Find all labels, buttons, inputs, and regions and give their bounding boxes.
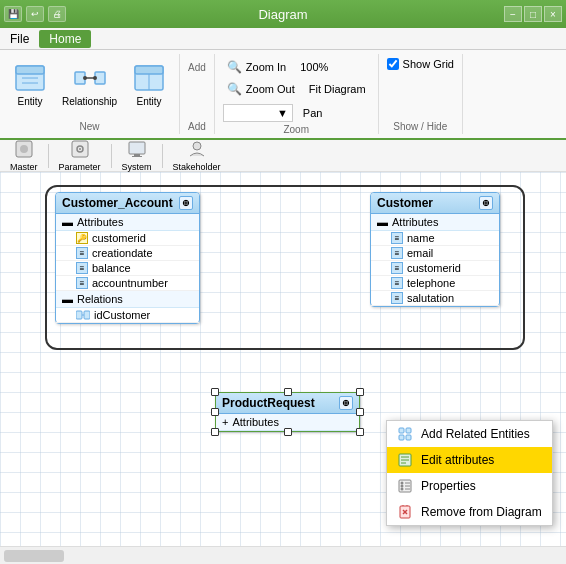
context-remove[interactable]: Remove from Diagram [387, 499, 552, 525]
svg-point-7 [83, 76, 87, 80]
entity-product-request[interactable]: ProductRequest ⊕ + Attributes [215, 392, 360, 432]
field-icon-2: ≡ [76, 262, 88, 274]
entity-product-request-header[interactable]: ProductRequest ⊕ [216, 393, 359, 414]
relationship-label: Relationship [62, 96, 117, 107]
entity-icon [14, 62, 46, 94]
customer-field-icon: ≡ [391, 232, 403, 244]
entity-customer-account[interactable]: Customer_Account ⊕ ▬ Attributes 🔑 custom… [55, 192, 200, 324]
context-properties[interactable]: Properties [387, 473, 552, 499]
entity-customer-account-title: Customer_Account [62, 196, 173, 210]
customer-field-name: ≡ name [371, 231, 499, 246]
maximize-button[interactable]: □ [524, 6, 542, 22]
ribbon: Entity Relationship [0, 50, 566, 140]
svg-rect-10 [135, 66, 163, 74]
entity-customer-header[interactable]: Customer ⊕ [371, 193, 499, 214]
window-icons: 💾 ↩ 🖨 [4, 6, 66, 22]
customer-field-icon-5: ≡ [391, 292, 403, 304]
svg-point-35 [401, 485, 404, 488]
fit-diagram-button[interactable]: Fit Diagram [305, 81, 370, 97]
relationship-button[interactable]: Relationship [56, 58, 123, 111]
app-icon-print[interactable]: 🖨 [48, 6, 66, 22]
menu-home[interactable]: Home [39, 30, 91, 48]
entity-product-request-collapse[interactable]: ⊕ [339, 396, 353, 410]
relations-label: Relations [77, 293, 123, 305]
context-remove-label: Remove from Diagram [421, 505, 542, 519]
parameter-icon [71, 140, 89, 162]
app-icon-save[interactable]: 💾 [4, 6, 22, 22]
zoom-in-button[interactable]: 🔍 Zoom In [223, 58, 290, 76]
zoom-row3: ▼ Pan [223, 104, 327, 122]
entity-customer-account-header[interactable]: Customer_Account ⊕ [56, 193, 199, 214]
title-bar-controls: − □ × [504, 6, 562, 22]
svg-rect-1 [16, 66, 44, 74]
customer-attributes-section: ▬ Attributes [371, 214, 499, 231]
field-icon-3: ≡ [76, 277, 88, 289]
field-accountnumber-name: accountnumber [92, 277, 168, 289]
show-grid-checkbox[interactable] [387, 58, 399, 70]
svg-rect-26 [399, 435, 404, 440]
zoom-dropdown[interactable]: ▼ [223, 104, 293, 122]
toolbar-sep-3 [162, 144, 163, 168]
entity-customer-collapse[interactable]: ⊕ [479, 196, 493, 210]
field-customerid: 🔑 customerid [56, 231, 199, 246]
zoom-in-icon: 🔍 [227, 60, 242, 74]
close-button[interactable]: × [544, 6, 562, 22]
key-icon: 🔑 [76, 232, 88, 244]
handle-bm [284, 428, 292, 436]
add-related-icon [397, 426, 413, 442]
show-grid-checkbox-label[interactable]: Show Grid [387, 58, 454, 70]
master-button[interactable]: Master [4, 138, 44, 174]
menu-file[interactable]: File [0, 30, 39, 48]
entity-product-request-title: ProductRequest [222, 396, 315, 410]
field-idcustomer: idCustomer [56, 308, 199, 323]
ribbon-group-show-hide: Show Grid Show / Hide [379, 54, 463, 134]
properties-icon [397, 478, 413, 494]
ribbon-group-add-label: Add [188, 119, 206, 134]
field-customerid-name: customerid [92, 232, 146, 244]
svg-point-33 [401, 482, 404, 485]
menu-bar: File Home [0, 28, 566, 50]
master-icon [15, 140, 33, 162]
relations-expand-icon: ▬ [62, 293, 73, 305]
canvas-area[interactable]: Customer_Account ⊕ ▬ Attributes 🔑 custom… [0, 172, 566, 546]
handle-tl [211, 388, 219, 396]
handle-tr [356, 388, 364, 396]
svg-point-8 [93, 76, 97, 80]
entity-customer-account-collapse[interactable]: ⊕ [179, 196, 193, 210]
entity-customer[interactable]: Customer ⊕ ▬ Attributes ≡ name ≡ email ≡… [370, 192, 500, 307]
context-add-related[interactable]: Add Related Entities [387, 421, 552, 447]
svg-rect-17 [129, 142, 145, 154]
handle-br [356, 428, 364, 436]
app-icon-undo[interactable]: ↩ [26, 6, 44, 22]
minimize-button[interactable]: − [504, 6, 522, 22]
svg-point-37 [401, 488, 404, 491]
ribbon-group-add: Add Add [180, 54, 215, 134]
system-button[interactable]: System [116, 138, 158, 174]
context-edit-attributes[interactable]: Edit attributes [387, 447, 552, 473]
svg-rect-19 [132, 156, 142, 157]
customer-field-salutation: ≡ salutation [371, 291, 499, 306]
stakeholder-button[interactable]: Stakeholder [167, 138, 227, 174]
svg-rect-27 [406, 435, 411, 440]
svg-rect-18 [134, 154, 140, 156]
edit-attributes-icon [397, 452, 413, 468]
ribbon-group-zoom: 🔍 Zoom In 100% 🔍 Zoom Out Fit Diagram [215, 54, 379, 134]
field-balance: ≡ balance [56, 261, 199, 276]
ribbon-group-new-label: New [80, 119, 100, 134]
parameter-button[interactable]: Parameter [53, 138, 107, 174]
customer-field-icon-4: ≡ [391, 277, 403, 289]
svg-rect-24 [399, 428, 404, 433]
horizontal-scrollbar[interactable] [0, 546, 566, 564]
entity2-label: Entity [137, 96, 162, 107]
customer-field-customerid: ≡ customerid [371, 261, 499, 276]
customer-field-icon-2: ≡ [391, 247, 403, 259]
scroll-thumb[interactable] [4, 550, 64, 562]
zoom-pct-button[interactable]: 100% [296, 59, 332, 75]
entity2-button[interactable]: Entity [127, 58, 171, 111]
remove-icon [397, 504, 413, 520]
zoom-out-icon: 🔍 [227, 82, 242, 96]
entity-button[interactable]: Entity [8, 58, 52, 111]
zoom-out-button[interactable]: 🔍 Zoom Out [223, 80, 299, 98]
chevron-down-icon: ▼ [277, 107, 288, 119]
pan-button[interactable]: Pan [299, 105, 327, 121]
